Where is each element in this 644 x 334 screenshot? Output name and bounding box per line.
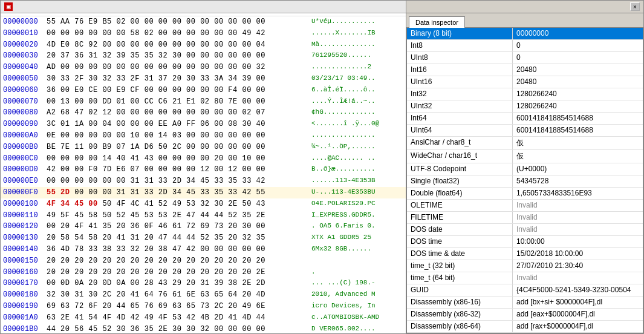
hex-byte-values: 20 37 36 31 32 39 35 35 32 30 00 00 00 0… (47, 51, 307, 61)
hex-row[interactable]: 000000D0 42 00 00 F0 7D E6 07 00 00 00 0… (1, 164, 406, 175)
inspector-row[interactable]: Int321280266240 (407, 88, 643, 100)
inspector-row[interactable]: DOS dateInvalid (407, 224, 643, 236)
inspector-type-label: time_t (64 bit) (407, 272, 513, 284)
close-button[interactable]: × (630, 2, 640, 11)
inspector-row[interactable]: UInt80 (407, 52, 643, 64)
inspector-value: Invalid (513, 224, 643, 235)
hex-byte-values: 63 2E 41 54 4F 4D 42 49 4F 53 42 4B 2D 4… (47, 313, 307, 323)
inspector-row[interactable]: FILETIMEInvalid (407, 212, 643, 224)
hex-byte-values: 32 30 31 30 2C 20 41 64 76 61 6E 63 65 6… (47, 290, 307, 300)
hex-row[interactable]: 00000130 20 58 54 58 20 41 31 20 47 44 4… (1, 232, 406, 244)
inspector-value: 仮 (513, 137, 643, 149)
hex-decoded-text: U*véμ........... (307, 17, 376, 27)
hex-row[interactable]: 00000140 36 4D 78 33 38 33 32 20 38 47 4… (1, 244, 406, 255)
hex-decoded-text: I_EXPRESS.GDDR5. (307, 211, 376, 221)
inspector-type-label: WideChar / char16_t (407, 150, 513, 163)
inspector-row[interactable]: UTF-8 Codepoint(U+0000) (407, 163, 643, 175)
hex-row[interactable]: 00000060 36 00 E0 CE 00 E9 CF 00 00 00 0… (1, 85, 406, 96)
hex-offset: 00000160 (3, 267, 47, 278)
inspector-value: 1,65057334833516E93 (513, 188, 643, 199)
inspector-row[interactable]: AnsiChar / char8_t仮 (407, 137, 643, 150)
hex-row[interactable]: 000000C0 00 00 00 00 14 40 41 43 00 00 0… (1, 153, 406, 165)
inspector-value: 1280266240 (513, 88, 643, 100)
hex-decoded-text: B..ð}æ.......... (307, 165, 376, 175)
hex-row[interactable]: 000000E0 00 00 00 00 00 00 31 31 33 2D 3… (1, 175, 406, 187)
inspector-value: 6001418418854514688 (513, 113, 643, 124)
hex-byte-values: 55 AA 76 E9 B5 02 00 00 00 00 00 00 00 0… (47, 17, 307, 27)
hex-row[interactable]: 000000F055 2D 00 00 00 31 31 33 2D 34 45… (1, 187, 406, 198)
inspector-row[interactable]: Double (float64)1,65057334833516E93 (407, 188, 643, 200)
hex-decoded-text: 6..àÎ.éÏ.....ô.. (307, 85, 376, 96)
hex-row[interactable]: 00000050 30 33 2F 30 32 33 2F 31 37 20 3… (1, 73, 406, 85)
inspector-type-label: DOS time & date (407, 248, 513, 260)
inspector-type-label: OLETIME (407, 200, 513, 211)
hex-row[interactable]: 00000170 00 0D 0A 20 0D 0A 00 28 43 29 2… (1, 278, 406, 289)
hex-row[interactable]: 00000090 3C 01 1A 00 04 00 00 00 EE A0 F… (1, 119, 406, 130)
inspector-row[interactable]: DOS time & date15/02/2018 10:00:00 (407, 248, 643, 260)
hex-decoded-text: <.......î .ÿ...0@ (307, 119, 379, 129)
inspector-row[interactable]: Disassembly (x86-32)add [eax+$0000004F],… (407, 309, 643, 321)
hex-row[interactable]: 00000150 20 20 20 20 20 20 20 20 20 20 2… (1, 255, 406, 267)
hex-row[interactable]: 00000030 20 37 36 31 32 39 35 35 32 30 0… (1, 50, 406, 62)
hex-row[interactable]: 00000010 00 00 00 00 00 00 58 02 00 00 0… (1, 28, 406, 39)
hex-byte-values: 30 33 2F 30 32 33 2F 31 37 20 30 33 3A 3… (47, 74, 307, 84)
inspector-type-label: UInt16 (407, 76, 513, 88)
tab-data-inspector[interactable]: Data inspector (409, 16, 465, 28)
inspector-row[interactable]: Disassembly (x86-16)add [bx+si+ $0000004… (407, 296, 643, 309)
hex-byte-values: 3C 01 1A 00 04 00 00 00 EE A0 FF 06 00 0… (47, 119, 307, 129)
inspector-type-label: Disassembly (x86-16) (407, 296, 513, 308)
inspector-row[interactable]: GUID{4C4F5000-5241-5349-3230-00504 (407, 284, 643, 296)
hex-rows-container[interactable]: 00000000 55 AA 76 E9 B5 02 00 00 00 00 0… (1, 16, 406, 333)
inspector-value: 15/02/2018 10:00:00 (513, 248, 643, 260)
inspector-value: {4C4F5000-5241-5349-3230-00504 (513, 284, 643, 296)
inspector-value: 10:00:00 (513, 236, 643, 247)
inspector-row[interactable]: Single (float32)54345728 (407, 175, 643, 188)
hex-byte-values: 00 00 00 00 14 40 41 43 00 00 00 00 20 0… (47, 154, 307, 164)
hex-offset: 00000010 (3, 28, 47, 39)
hex-byte-values: 00 13 00 00 DD 01 00 CC C6 21 E1 02 80 7… (47, 97, 307, 107)
inspector-row[interactable]: Disassembly (x86-64)add [rax+$0000004F],… (407, 321, 643, 333)
hex-row[interactable]: 000001A0 63 2E 41 54 4F 4D 42 49 4F 53 4… (1, 312, 406, 324)
hex-offset: 000001B0 (3, 324, 47, 333)
inspector-row[interactable]: WideChar / char16_t仮 (407, 150, 643, 163)
inspector-row[interactable]: time_t (64 bit)Invalid (407, 272, 643, 284)
inspector-row[interactable]: UInt646001418418854514688 (407, 125, 643, 137)
hex-byte-values: 36 4D 78 33 38 33 32 20 38 47 42 00 00 0… (47, 244, 307, 255)
hex-row[interactable]: 00000020 4D E0 8C 92 00 00 00 00 00 00 0… (1, 39, 406, 51)
hex-row[interactable]: 00000040 AD 00 00 00 00 00 00 00 00 00 0… (1, 62, 406, 73)
inspector-row[interactable]: Int646001418418854514688 (407, 113, 643, 125)
hex-offset: 000000C0 (3, 154, 47, 164)
inspector-row[interactable]: DOS time10:00:00 (407, 236, 643, 248)
hex-decoded-text: XTX A1 GDDR5 25 (307, 233, 371, 243)
hex-decoded-text: 03/23/17 03:49.. (307, 74, 376, 84)
hex-decoded-text: 2010, Advanced M (307, 290, 376, 300)
inspector-row[interactable]: OLETIMEInvalid (407, 200, 643, 212)
hex-row[interactable]: 00000190 69 63 72 6F 20 44 65 76 69 63 6… (1, 301, 406, 312)
hex-row[interactable]: 000000A0 0E 00 00 00 00 00 10 00 14 03 0… (1, 130, 406, 142)
hex-row[interactable]: 00000080 A2 68 47 02 12 00 00 00 00 00 0… (1, 107, 406, 119)
inspector-value: 仮 (513, 150, 643, 163)
hex-row[interactable]: 00000160 20 20 20 20 20 20 20 20 20 20 2… (1, 267, 406, 278)
inspector-row[interactable]: Int1620480 (407, 64, 643, 76)
hex-row[interactable]: 00000070 00 13 00 00 DD 01 00 CC C6 21 E… (1, 96, 406, 108)
inspector-table[interactable]: Binary (8 bit)00000000Int80UInt80Int1620… (406, 27, 643, 333)
hex-row[interactable]: 000001B0 44 20 56 45 52 30 36 35 2E 30 3… (1, 324, 406, 333)
inspector-row[interactable]: time_t (32 bit)27/07/2010 21:30:40 (407, 260, 643, 272)
hex-decoded-text: c..ATOMBIOSBK-AMD (307, 313, 379, 323)
inspector-row[interactable]: UInt321280266240 (407, 100, 643, 113)
hex-row[interactable]: 00000000 55 AA 76 E9 B5 02 00 00 00 00 0… (1, 16, 406, 28)
hex-decoded-text: U-...113-4E353BU (307, 188, 376, 198)
inspector-type-label: UTF-8 Codepoint (407, 163, 513, 175)
hex-row[interactable]: 000001004F 34 45 00 50 4F 4C 41 52 49 53… (1, 198, 406, 210)
inspector-row[interactable]: Int80 (407, 40, 643, 52)
hex-row[interactable]: 000000B0 BE 7E 11 00 B9 07 1A D6 50 2C 0… (1, 142, 406, 153)
inspector-value: Invalid (513, 272, 643, 284)
inspector-value: 20480 (513, 64, 643, 76)
hex-row[interactable]: 00000110 49 5F 45 58 50 52 45 53 53 2E 4… (1, 210, 406, 221)
inspector-row[interactable]: Binary (8 bit)00000000 (407, 28, 643, 40)
inspector-row[interactable]: UInt1620480 (407, 76, 643, 88)
hex-row[interactable]: 00000180 32 30 31 30 2C 20 41 64 76 61 6… (1, 289, 406, 301)
hex-byte-values: AD 00 00 00 00 00 00 00 00 00 00 00 00 0… (47, 62, 307, 73)
hex-titlebar: ▣ (1, 1, 406, 13)
hex-row[interactable]: 00000120 00 20 4F 41 35 20 36 0F 46 61 7… (1, 221, 406, 232)
